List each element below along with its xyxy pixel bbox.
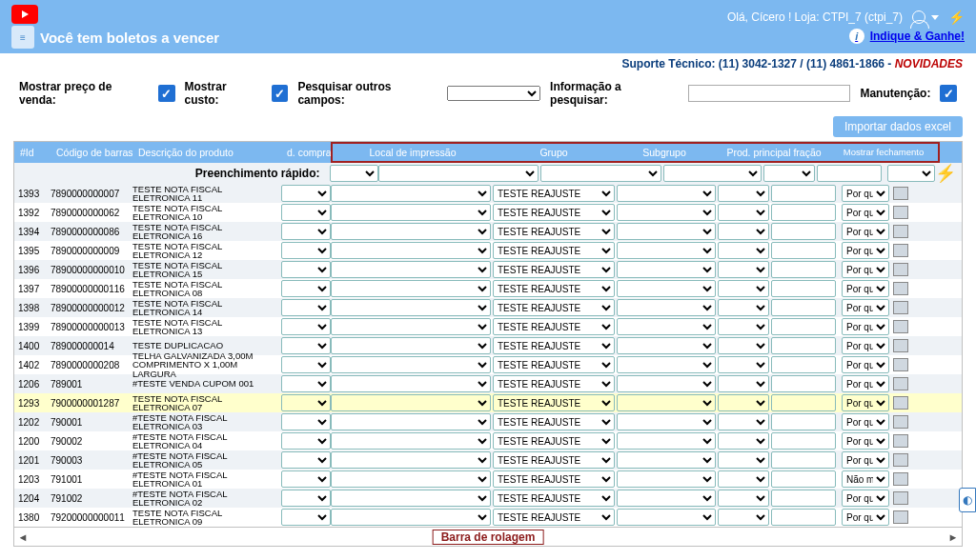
row-sub-select[interactable] xyxy=(617,204,716,221)
row-grupo-select[interactable]: TESTE REAJUSTE xyxy=(493,375,615,392)
row-local-select[interactable] xyxy=(331,261,491,278)
row-grupo-select[interactable]: TESTE REAJUSTE xyxy=(493,261,615,278)
row-sub-select[interactable] xyxy=(617,451,716,469)
row-details-icon[interactable] xyxy=(893,225,908,238)
row-details-icon[interactable] xyxy=(893,491,908,505)
row-local-select[interactable] xyxy=(331,242,491,259)
row-most-select[interactable]: Por quant xyxy=(842,299,889,316)
row-grupo-select[interactable]: TESTE REAJUSTE xyxy=(493,470,615,488)
row-dcompra-select[interactable] xyxy=(281,185,331,202)
flash-icon[interactable]: ⚡ xyxy=(948,10,965,25)
row-dcompra-select[interactable] xyxy=(281,375,331,392)
filter-outros-select[interactable] xyxy=(447,86,540,101)
row-most-select[interactable]: Por quant xyxy=(842,356,889,373)
filter-manut-checkbox[interactable]: ✓ xyxy=(940,85,957,102)
row-local-select[interactable] xyxy=(331,223,491,240)
row-sub-select[interactable] xyxy=(617,509,716,526)
row-local-select[interactable] xyxy=(331,394,491,411)
row-most-select[interactable]: Por quant xyxy=(842,432,889,450)
row-grupo-select[interactable]: TESTE REAJUSTE xyxy=(493,223,615,240)
horizontal-scrollbar[interactable]: ◄ Barra de rolagem ► xyxy=(13,528,963,547)
row-prod-input[interactable] xyxy=(771,185,836,202)
row-prod-select[interactable] xyxy=(718,280,769,297)
floating-support-icon[interactable]: ◐ xyxy=(959,488,976,512)
row-sub-select[interactable] xyxy=(617,280,716,297)
row-sub-select[interactable] xyxy=(617,299,716,316)
col-mostrar[interactable]: Mostrar fechamento xyxy=(834,146,933,159)
novidades-link[interactable]: NOVIDADES xyxy=(895,57,963,70)
row-most-select[interactable]: Por quant xyxy=(842,318,889,335)
row-dcompra-select[interactable] xyxy=(281,261,331,278)
row-prod-select[interactable] xyxy=(718,356,769,373)
import-button[interactable]: Importar dados excel xyxy=(833,116,963,137)
row-local-select[interactable] xyxy=(331,413,491,430)
row-prod-select[interactable] xyxy=(718,204,769,221)
filter-preco-checkbox[interactable]: ✓ xyxy=(158,85,175,102)
row-details-icon[interactable] xyxy=(893,187,908,200)
quick-sub-select[interactable] xyxy=(663,165,762,182)
quick-dcompra-select[interactable] xyxy=(330,165,379,182)
row-prod-input[interactable] xyxy=(771,356,836,373)
col-local[interactable]: Local de impressão xyxy=(333,145,493,160)
row-prod-input[interactable] xyxy=(771,223,836,240)
row-prod-select[interactable] xyxy=(718,261,769,278)
row-grupo-select[interactable]: TESTE REAJUSTE xyxy=(493,451,615,469)
row-dcompra-select[interactable] xyxy=(281,204,331,221)
row-dcompra-select[interactable] xyxy=(281,299,331,316)
row-prod-input[interactable] xyxy=(771,451,836,469)
row-details-icon[interactable] xyxy=(893,377,908,390)
row-details-icon[interactable] xyxy=(893,453,908,467)
row-details-icon[interactable] xyxy=(893,320,908,333)
row-grupo-select[interactable]: TESTE REAJUSTE xyxy=(493,280,615,297)
col-id[interactable]: #Id xyxy=(14,145,51,160)
row-prod-input[interactable] xyxy=(771,432,836,450)
row-most-select[interactable]: Por quant xyxy=(842,337,889,354)
row-details-icon[interactable] xyxy=(893,396,908,410)
row-dcompra-select[interactable] xyxy=(281,280,331,297)
row-most-select[interactable]: Por quant xyxy=(842,242,889,259)
row-most-select[interactable]: Por quant xyxy=(842,280,889,297)
row-sub-select[interactable] xyxy=(617,470,716,488)
row-most-select[interactable]: Por quant xyxy=(842,413,889,430)
row-sub-select[interactable] xyxy=(617,337,716,354)
row-prod-select[interactable] xyxy=(718,451,769,469)
row-details-icon[interactable] xyxy=(893,358,908,371)
scroll-right-arrow[interactable]: ► xyxy=(945,528,962,546)
row-most-select[interactable]: Não most xyxy=(842,470,889,488)
col-prod[interactable]: Prod. principal fração xyxy=(714,145,834,160)
row-sub-select[interactable] xyxy=(617,432,716,450)
row-local-select[interactable] xyxy=(331,299,491,316)
col-desc[interactable]: Descrição do produto xyxy=(132,145,281,160)
row-grupo-select[interactable]: TESTE REAJUSTE xyxy=(493,185,615,202)
row-prod-input[interactable] xyxy=(771,509,836,526)
row-grupo-select[interactable]: TESTE REAJUSTE xyxy=(493,509,615,526)
row-prod-input[interactable] xyxy=(771,490,836,507)
row-grupo-select[interactable]: TESTE REAJUSTE xyxy=(493,413,615,430)
row-local-select[interactable] xyxy=(331,490,491,507)
row-prod-select[interactable] xyxy=(718,470,769,488)
row-prod-input[interactable] xyxy=(771,318,836,335)
row-prod-select[interactable] xyxy=(718,413,769,430)
row-prod-select[interactable] xyxy=(718,299,769,316)
row-details-icon[interactable] xyxy=(893,301,908,314)
row-sub-select[interactable] xyxy=(617,223,716,240)
row-sub-select[interactable] xyxy=(617,318,716,335)
col-sub[interactable]: Subgrupo xyxy=(615,145,714,160)
row-prod-input[interactable] xyxy=(771,242,836,259)
row-prod-input[interactable] xyxy=(771,413,836,430)
row-most-select[interactable]: Por quant xyxy=(842,204,889,221)
row-grupo-select[interactable]: TESTE REAJUSTE xyxy=(493,432,615,450)
row-local-select[interactable] xyxy=(331,451,491,469)
row-grupo-select[interactable]: TESTE REAJUSTE xyxy=(493,394,615,411)
scroll-left-arrow[interactable]: ◄ xyxy=(14,528,31,546)
row-local-select[interactable] xyxy=(331,318,491,335)
row-local-select[interactable] xyxy=(331,432,491,450)
row-sub-select[interactable] xyxy=(617,375,716,392)
indique-link[interactable]: i Indique & Ganhe! xyxy=(849,29,965,44)
row-details-icon[interactable] xyxy=(893,339,908,352)
row-details-icon[interactable] xyxy=(893,206,908,219)
row-most-select[interactable]: Por quant xyxy=(842,394,889,411)
quick-most-select[interactable] xyxy=(887,165,935,182)
row-prod-select[interactable] xyxy=(718,394,769,411)
row-dcompra-select[interactable] xyxy=(281,509,331,526)
